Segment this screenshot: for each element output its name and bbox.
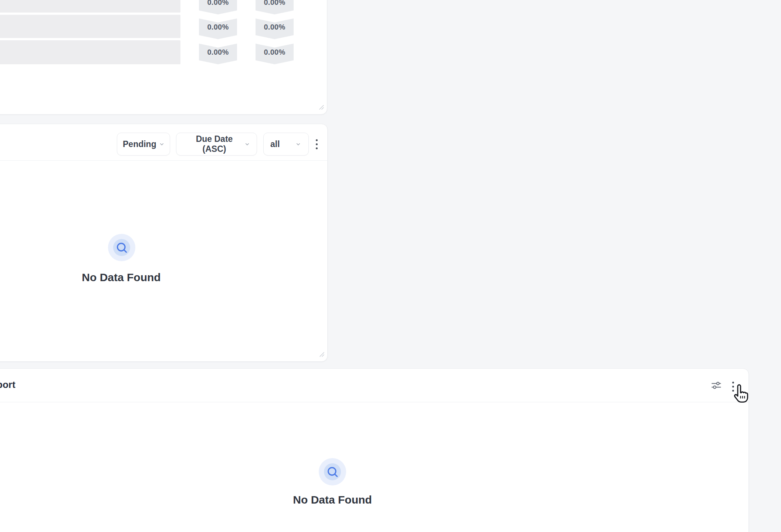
tasks-card: Pending Due Date (ASC) all No Data Found (0, 124, 328, 362)
card-title: port (0, 378, 16, 391)
percentage-badge: 0.00% (199, 18, 237, 39)
empty-state-text: No Data Found (281, 494, 384, 506)
empty-state-text: No Data Found (70, 271, 173, 284)
percentage-badge: 0.00% (199, 0, 237, 14)
chevron-down-icon (159, 141, 165, 147)
chevron-down-icon (295, 141, 301, 147)
search-icon (115, 241, 128, 256)
resize-grip-icon[interactable] (319, 351, 325, 359)
metrics-card: 0.00% 0.00% 0.00% 0.00% 0.00% 0.00% (0, 0, 327, 115)
table-row (0, 40, 180, 64)
sort-filter-label: Due Date (ASC) (184, 134, 244, 154)
status-filter-dropdown[interactable]: Pending (117, 133, 170, 156)
sort-filter-dropdown[interactable]: Due Date (ASC) (176, 133, 257, 156)
percentage-badge: 0.00% (256, 44, 294, 64)
status-filter-label: Pending (123, 139, 156, 149)
chevron-down-icon (244, 141, 250, 147)
percentage-badge: 0.00% (256, 18, 294, 39)
percentage-badge: 0.00% (256, 0, 294, 14)
report-card: port No Data Found (0, 368, 749, 532)
kebab-menu-icon[interactable] (314, 138, 319, 151)
range-filter-label: all (270, 139, 280, 149)
header-divider (0, 160, 327, 161)
sliders-icon[interactable] (710, 380, 722, 391)
resize-grip-icon[interactable] (318, 104, 324, 112)
table-row (0, 0, 180, 13)
kebab-menu-icon[interactable] (731, 380, 736, 393)
table-row (0, 15, 180, 38)
header-divider (0, 402, 748, 402)
search-icon (326, 465, 339, 480)
percentage-badge: 0.00% (199, 44, 237, 64)
range-filter-dropdown[interactable]: all (263, 133, 309, 156)
